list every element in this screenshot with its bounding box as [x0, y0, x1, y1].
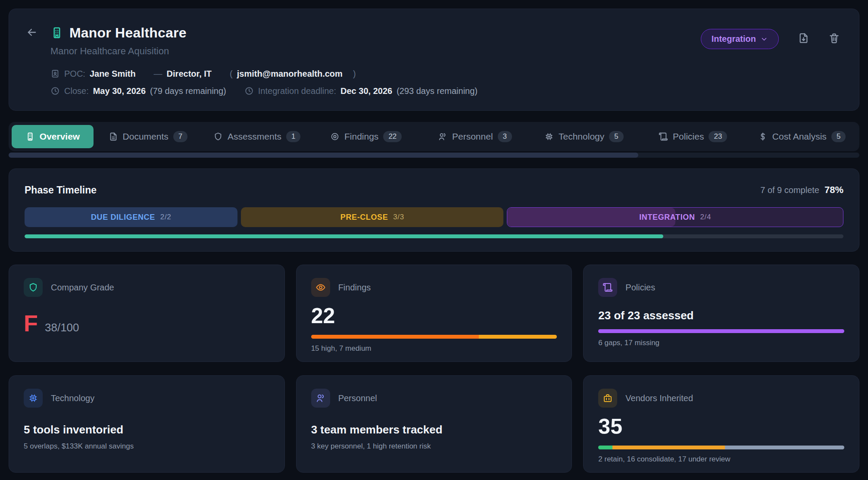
poc-name: Jane Smith	[90, 69, 136, 79]
target-icon	[330, 132, 340, 141]
close-label: Close:	[64, 86, 89, 96]
building-icon	[50, 26, 63, 39]
close-remaining: (79 days remaining)	[150, 86, 226, 96]
users-icon	[438, 132, 447, 141]
poc-row: POC: Jane Smith — Director, IT ( jsmith@…	[50, 68, 478, 79]
phase-timeline-title: Phase Timeline	[25, 184, 97, 196]
vendors-card[interactable]: Vendors Inherited 35 2 retain, 16 consol…	[583, 375, 859, 473]
phase-segment-integration[interactable]: INTEGRATION 2/4	[507, 207, 843, 227]
personnel-headline: 3 team members tracked	[311, 423, 557, 436]
company-header: Manor Healthcare Manor Healthcare Aquisi…	[9, 9, 859, 111]
tab-policies[interactable]: Policies 23	[638, 125, 747, 148]
briefcase-icon	[598, 389, 617, 408]
tab-assessments[interactable]: Assessments 1	[203, 125, 312, 148]
tab-bar: Overview Documents 7 Assessments 1 Findi…	[9, 122, 859, 151]
trash-icon	[828, 32, 840, 44]
export-button[interactable]	[798, 29, 809, 45]
poc-email: jsmith@manorhealth.com	[237, 69, 343, 79]
cpu-icon	[24, 389, 43, 408]
dates-row: Close: May 30, 2026 (79 days remaining) …	[50, 85, 478, 97]
poc-label: POC:	[64, 69, 85, 79]
tab-badge: 3	[498, 131, 512, 142]
tab-cost-analysis[interactable]: Cost Analysis 5	[747, 125, 856, 148]
tab-badge: 22	[383, 131, 402, 142]
tab-badge: 7	[173, 131, 187, 142]
phase-timeline-panel: Phase Timeline 7 of 9 complete 78% DUE D…	[9, 168, 859, 252]
scroll-icon	[598, 278, 617, 297]
grade-score: 38/100	[45, 321, 79, 334]
tab-documents[interactable]: Documents 7	[94, 125, 203, 148]
tab-technology[interactable]: Technology 5	[529, 125, 638, 148]
vendors-breakdown: 2 retain, 16 consolidate, 17 under revie…	[598, 455, 844, 464]
findings-count: 22	[311, 304, 557, 328]
phase-dropdown-label: Integration	[712, 34, 756, 44]
tab-scrollbar-thumb[interactable]	[9, 153, 638, 158]
page-subtitle: Manor Healthcare Aquisition	[50, 46, 478, 58]
phase-segment-due-diligence[interactable]: DUE DILIGENCE 2/2	[25, 207, 237, 227]
personnel-card[interactable]: Personnel 3 team members tracked 3 key p…	[296, 375, 572, 473]
poc-separator: —	[154, 69, 162, 79]
deadline-remaining: (293 days remaining)	[397, 86, 478, 96]
deadline-label: Integration deadline:	[258, 86, 336, 96]
close-date: May 30, 2026	[93, 86, 146, 96]
company-grade-card[interactable]: Company Grade F 38/100	[9, 265, 285, 362]
phase-completion-percent: 78%	[824, 184, 843, 196]
dollar-icon	[758, 132, 768, 141]
grade-letter: F	[24, 312, 38, 335]
clock-icon	[244, 86, 254, 96]
personnel-breakdown: 3 key personnel, 1 high retention risk	[311, 442, 557, 451]
overall-progress-fill	[25, 234, 663, 238]
file-download-icon	[798, 32, 809, 44]
tab-badge: 23	[709, 131, 727, 142]
page-title: Manor Healthcare	[69, 25, 187, 41]
tab-badge: 5	[831, 131, 846, 142]
card-label: Technology	[51, 393, 94, 403]
card-label: Policies	[625, 283, 655, 293]
vendors-count: 35	[598, 415, 844, 439]
poc-role: Director, IT	[167, 69, 212, 79]
overview-cards: Company Grade F 38/100 Findings 22 15 hi…	[9, 265, 859, 473]
phase-completion-text: 7 of 9 complete	[760, 185, 819, 195]
paren-open: (	[230, 69, 233, 79]
findings-severity-bar	[311, 335, 557, 339]
technology-card[interactable]: Technology 5 tools inventoried 5 overlap…	[9, 375, 285, 473]
phase-segment-pre-close[interactable]: PRE-CLOSE 3/3	[241, 207, 503, 227]
shield-icon	[213, 132, 223, 141]
back-arrow-icon	[26, 26, 38, 38]
clock-icon	[50, 86, 60, 96]
findings-breakdown: 15 high, 7 medium	[311, 344, 557, 353]
chevron-down-icon	[760, 35, 768, 43]
tab-findings[interactable]: Findings 22	[312, 125, 421, 148]
technology-headline: 5 tools inventoried	[24, 423, 270, 436]
id-card-icon	[50, 69, 60, 78]
overall-progress-track	[25, 234, 843, 238]
card-label: Vendors Inherited	[625, 393, 693, 403]
card-label: Findings	[338, 283, 371, 293]
tab-badge: 5	[609, 131, 623, 142]
file-text-icon	[109, 132, 118, 141]
policies-headline: 23 of 23 assessed	[598, 309, 844, 322]
delete-button[interactable]	[828, 29, 840, 45]
vendors-status-bar	[598, 446, 844, 449]
cpu-icon	[544, 132, 554, 141]
policies-progress-bar	[598, 329, 844, 333]
policies-breakdown: 6 gaps, 17 missing	[598, 339, 844, 347]
phase-segments: DUE DILIGENCE 2/2 PRE-CLOSE 3/3 INTEGRAT…	[25, 207, 843, 227]
phase-dropdown[interactable]: Integration	[701, 29, 779, 49]
scroll-icon	[659, 132, 668, 141]
users-icon	[311, 389, 330, 408]
back-button[interactable]	[25, 24, 39, 41]
page: Manor Healthcare Manor Healthcare Aquisi…	[0, 0, 868, 480]
building-icon	[25, 132, 35, 141]
policies-card[interactable]: Policies 23 of 23 assessed 6 gaps, 17 mi…	[583, 265, 859, 362]
shield-icon	[24, 278, 43, 297]
tab-personnel[interactable]: Personnel 3	[421, 125, 530, 148]
card-label: Personnel	[338, 393, 377, 403]
paren-close: )	[353, 69, 356, 79]
technology-breakdown: 5 overlaps, $133K annual savings	[24, 442, 270, 451]
tab-overview[interactable]: Overview	[12, 125, 94, 148]
findings-card[interactable]: Findings 22 15 high, 7 medium	[296, 265, 572, 362]
eye-icon	[311, 278, 330, 297]
tab-scrollbar[interactable]	[9, 153, 859, 158]
deadline-date: Dec 30, 2026	[340, 86, 392, 96]
